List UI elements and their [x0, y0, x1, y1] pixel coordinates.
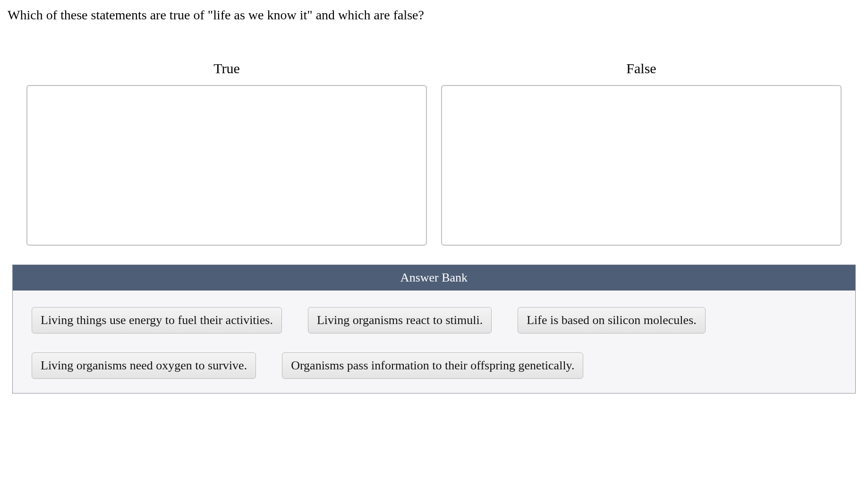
- answer-item[interactable]: Organisms pass information to their offs…: [282, 352, 583, 379]
- true-zone-label: True: [213, 60, 240, 77]
- true-zone-wrapper: True: [26, 60, 427, 246]
- answer-bank: Answer Bank Living things use energy to …: [12, 265, 856, 393]
- false-zone-label: False: [626, 60, 656, 77]
- drop-zones-container: True False: [8, 60, 860, 246]
- question-text: Which of these statements are true of "l…: [8, 8, 860, 23]
- answer-item[interactable]: Living organisms react to stimuli.: [308, 307, 492, 334]
- answer-item[interactable]: Living things use energy to fuel their a…: [32, 307, 282, 334]
- answer-bank-body: Living things use energy to fuel their a…: [13, 291, 855, 393]
- answer-item[interactable]: Living organisms need oxygen to survive.: [32, 352, 256, 379]
- answer-bank-header: Answer Bank: [13, 265, 855, 291]
- answer-item[interactable]: Life is based on silicon molecules.: [518, 307, 706, 334]
- true-drop-zone[interactable]: [26, 85, 427, 246]
- false-drop-zone[interactable]: [441, 85, 842, 246]
- false-zone-wrapper: False: [441, 60, 842, 246]
